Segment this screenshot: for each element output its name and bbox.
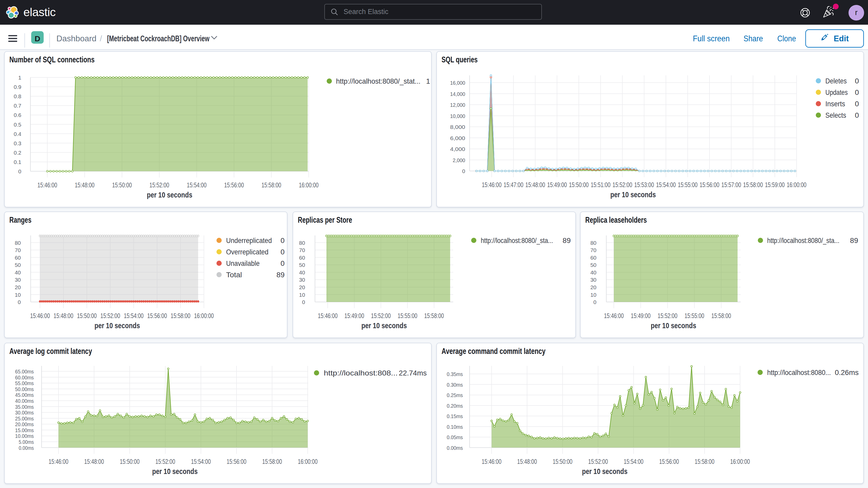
svg-text:15:55:00: 15:55:00 bbox=[678, 181, 698, 189]
svg-text:0.2: 0.2 bbox=[14, 150, 21, 156]
svg-text:per 10 seconds: per 10 seconds bbox=[152, 467, 198, 476]
svg-text:http://localhost:8080/_stat...: http://localhost:8080/_stat... bbox=[336, 77, 421, 85]
svg-text:0: 0 bbox=[280, 248, 285, 256]
svg-text:15:46:00: 15:46:00 bbox=[30, 312, 50, 319]
svg-text:per 10 seconds: per 10 seconds bbox=[611, 190, 656, 199]
svg-text:15:48:00: 15:48:00 bbox=[525, 181, 545, 189]
svg-text:0: 0 bbox=[855, 111, 859, 119]
svg-text:Ranges: Ranges bbox=[9, 215, 31, 224]
svg-text:16:00:00: 16:00:00 bbox=[298, 458, 317, 465]
svg-text:15:58:00: 15:58:00 bbox=[695, 458, 714, 465]
svg-text:0.5: 0.5 bbox=[14, 122, 21, 128]
svg-text:1: 1 bbox=[426, 77, 430, 85]
svg-text:15:50:00: 15:50:00 bbox=[120, 458, 140, 465]
svg-text:15:54:00: 15:54:00 bbox=[656, 181, 676, 189]
svg-text:10,000: 10,000 bbox=[450, 113, 465, 119]
svg-text:15:46:00: 15:46:00 bbox=[37, 181, 57, 189]
svg-text:15:47:00: 15:47:00 bbox=[504, 181, 523, 189]
svg-text:15:51:00: 15:51:00 bbox=[591, 181, 611, 189]
svg-text:per 10 seconds: per 10 seconds bbox=[95, 322, 140, 330]
svg-text:0.25ms: 0.25ms bbox=[447, 392, 463, 398]
svg-text:15:56:00: 15:56:00 bbox=[700, 181, 719, 189]
svg-text:0.26ms: 0.26ms bbox=[835, 368, 859, 376]
svg-text:10: 10 bbox=[299, 292, 305, 298]
svg-text:15:52:00: 15:52:00 bbox=[613, 181, 632, 189]
svg-text:Replica leaseholders: Replica leaseholders bbox=[585, 215, 647, 224]
svg-text:Clone: Clone bbox=[777, 34, 796, 43]
svg-text:0.00ms: 0.00ms bbox=[447, 445, 463, 451]
svg-text:10: 10 bbox=[15, 292, 21, 298]
svg-text:15:54:00: 15:54:00 bbox=[191, 458, 211, 465]
svg-text:50.00ms: 50.00ms bbox=[15, 386, 34, 392]
svg-text:per 10 seconds: per 10 seconds bbox=[362, 322, 407, 330]
svg-text:Edit: Edit bbox=[834, 34, 849, 43]
svg-text:70: 70 bbox=[299, 247, 305, 253]
svg-text:15:52:00: 15:52:00 bbox=[588, 458, 608, 465]
svg-text:15:55:00: 15:55:00 bbox=[398, 312, 417, 319]
svg-text:16:00:00: 16:00:00 bbox=[299, 181, 319, 189]
svg-text:15:49:00: 15:49:00 bbox=[631, 312, 650, 319]
svg-text:15:56:00: 15:56:00 bbox=[224, 181, 244, 189]
svg-text:20: 20 bbox=[299, 284, 305, 290]
svg-text:16:00:00: 16:00:00 bbox=[730, 458, 750, 465]
svg-text:15:50:00: 15:50:00 bbox=[569, 181, 589, 189]
svg-text:40: 40 bbox=[299, 270, 305, 275]
svg-text:20: 20 bbox=[590, 284, 596, 290]
svg-text:15:50:00: 15:50:00 bbox=[112, 181, 132, 189]
svg-text:50: 50 bbox=[590, 262, 596, 268]
svg-text:15:54:00: 15:54:00 bbox=[187, 181, 207, 189]
svg-text:40: 40 bbox=[590, 270, 596, 275]
svg-text:20.00ms: 20.00ms bbox=[15, 421, 34, 427]
svg-text:15:46:00: 15:46:00 bbox=[482, 458, 502, 465]
svg-text:15:49:00: 15:49:00 bbox=[547, 181, 567, 189]
svg-text:0: 0 bbox=[462, 168, 465, 174]
svg-text:30: 30 bbox=[15, 277, 21, 283]
svg-text:15:56:00: 15:56:00 bbox=[147, 312, 167, 319]
svg-text:15:50:00: 15:50:00 bbox=[553, 458, 572, 465]
svg-text:50: 50 bbox=[299, 262, 305, 268]
svg-text:80: 80 bbox=[590, 240, 596, 246]
svg-text:40: 40 bbox=[15, 270, 21, 275]
svg-text:15:46:00: 15:46:00 bbox=[482, 181, 502, 189]
svg-text:15:48:00: 15:48:00 bbox=[517, 458, 537, 465]
svg-text:0: 0 bbox=[855, 88, 859, 96]
svg-text:Updates: Updates bbox=[826, 88, 848, 96]
svg-text:0.8: 0.8 bbox=[14, 93, 21, 99]
svg-text:15:54:00: 15:54:00 bbox=[124, 312, 144, 319]
svg-text:15:48:00: 15:48:00 bbox=[75, 181, 95, 189]
svg-text:0.15ms: 0.15ms bbox=[447, 413, 463, 419]
svg-text:15:52:00: 15:52:00 bbox=[658, 312, 678, 319]
svg-text:15:58:00: 15:58:00 bbox=[424, 312, 444, 319]
svg-text:15:46:00: 15:46:00 bbox=[318, 312, 338, 319]
svg-text:http://localhost:8080/_sta...: http://localhost:8080/_sta... bbox=[767, 237, 839, 245]
svg-text:0.05ms: 0.05ms bbox=[447, 434, 463, 440]
svg-text:16,000: 16,000 bbox=[450, 80, 465, 86]
svg-text:89: 89 bbox=[563, 237, 571, 245]
svg-text:15:50:00: 15:50:00 bbox=[77, 312, 97, 319]
svg-text:0.30ms: 0.30ms bbox=[447, 382, 463, 388]
svg-text:10: 10 bbox=[590, 292, 596, 298]
svg-text:Underreplicated: Underreplicated bbox=[226, 237, 272, 245]
svg-text:0.1: 0.1 bbox=[14, 159, 21, 165]
svg-text:15:55:00: 15:55:00 bbox=[684, 312, 704, 319]
svg-text:0: 0 bbox=[593, 299, 596, 305]
svg-text:6,000: 6,000 bbox=[450, 135, 465, 141]
svg-text:15:58:00: 15:58:00 bbox=[261, 181, 281, 189]
svg-text:D: D bbox=[35, 34, 40, 43]
svg-text:Unavailable: Unavailable bbox=[226, 259, 259, 267]
svg-text:per 10 seconds: per 10 seconds bbox=[651, 322, 696, 330]
svg-text:[Metricbeat CockroachDB] Overv: [Metricbeat CockroachDB] Overview bbox=[107, 34, 210, 43]
svg-text:40.00ms: 40.00ms bbox=[15, 398, 34, 404]
svg-text:0.35ms: 0.35ms bbox=[447, 371, 463, 377]
svg-text:15:46:00: 15:46:00 bbox=[604, 312, 624, 319]
svg-text:22.74ms: 22.74ms bbox=[399, 369, 427, 377]
svg-text:16:00:00: 16:00:00 bbox=[194, 312, 214, 319]
svg-text:15:58:00: 15:58:00 bbox=[711, 312, 731, 319]
svg-text:0.00ms: 0.00ms bbox=[19, 445, 34, 451]
svg-text:15:58:00: 15:58:00 bbox=[262, 458, 282, 465]
svg-text:Selects: Selects bbox=[826, 111, 846, 119]
svg-text:4,000: 4,000 bbox=[450, 146, 465, 152]
svg-text:80: 80 bbox=[299, 240, 305, 246]
svg-text:SQL queries: SQL queries bbox=[441, 55, 478, 64]
svg-text:15:56:00: 15:56:00 bbox=[659, 458, 679, 465]
